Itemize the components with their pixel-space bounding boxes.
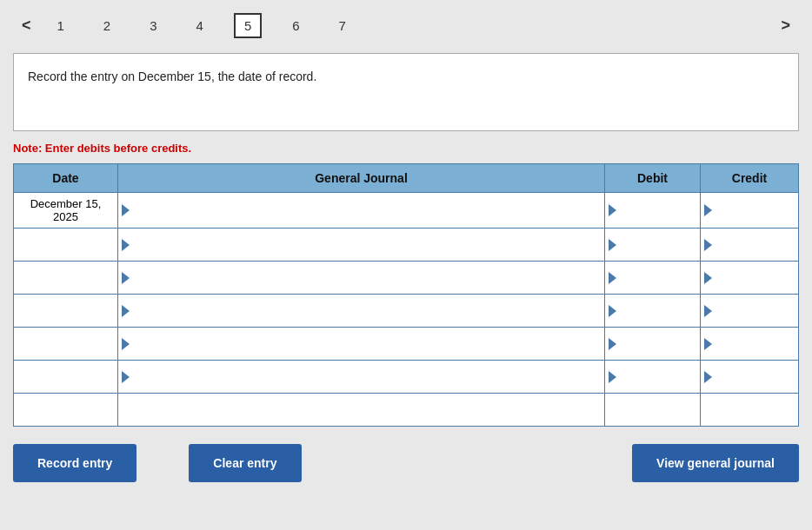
credit-cell-4[interactable]	[701, 328, 799, 361]
debit-indicator-5	[609, 371, 616, 383]
date-cell-2	[14, 262, 118, 295]
table-row	[14, 295, 799, 328]
header-date: Date	[14, 164, 118, 193]
journal-table: Date General Journal Debit Credit Decemb…	[13, 163, 799, 427]
page-5[interactable]: 5	[234, 13, 262, 38]
date-cell-3	[14, 295, 118, 328]
date-cell-0: December 15,2025	[14, 193, 118, 229]
page-4[interactable]: 4	[188, 15, 212, 36]
journal-cell-5[interactable]	[118, 361, 605, 394]
row-indicator-2	[122, 272, 130, 284]
credit-indicator-4	[704, 338, 712, 350]
row-indicator-1	[122, 239, 130, 251]
clear-entry-button[interactable]: Clear entry	[189, 444, 301, 482]
header-debit: Debit	[605, 164, 701, 193]
credit-cell-5[interactable]	[701, 361, 799, 394]
credit-cell-3[interactable]	[701, 295, 799, 328]
header-credit: Credit	[701, 164, 799, 193]
debit-indicator-4	[609, 338, 616, 350]
header-journal: General Journal	[118, 164, 605, 193]
debit-indicator-0	[609, 204, 616, 216]
page-1[interactable]: 1	[49, 15, 73, 36]
prev-arrow[interactable]: <	[13, 17, 40, 35]
date-cell-5	[14, 361, 118, 394]
table-row	[14, 229, 799, 262]
page-7[interactable]: 7	[330, 15, 355, 36]
date-cell-6	[14, 394, 118, 427]
next-arrow[interactable]: >	[772, 17, 799, 35]
credit-cell-2[interactable]	[701, 262, 799, 295]
row-indicator-0	[122, 204, 130, 216]
instruction-text: Record the entry on December 15, the dat…	[28, 70, 316, 83]
credit-indicator-3	[704, 305, 712, 317]
credit-cell-0[interactable]	[701, 193, 799, 229]
journal-cell-0[interactable]	[118, 193, 605, 229]
credit-indicator-0	[704, 204, 712, 216]
pagination: < 1 2 3 4 5 6 7 >	[13, 9, 799, 43]
credit-cell-1[interactable]	[701, 229, 799, 262]
table-row	[14, 361, 799, 394]
table-row: December 15,2025	[14, 193, 799, 229]
debit-indicator-3	[609, 305, 616, 317]
record-entry-button[interactable]: Record entry	[13, 444, 136, 482]
page-3[interactable]: 3	[141, 15, 165, 36]
table-row	[14, 328, 799, 361]
row-indicator-5	[122, 371, 130, 383]
journal-cell-2[interactable]	[118, 262, 605, 295]
credit-indicator-2	[704, 272, 712, 284]
table-row	[14, 394, 799, 427]
instruction-box: Record the entry on December 15, the dat…	[13, 53, 799, 131]
buttons-row: Record entry Clear entry View general jo…	[13, 444, 799, 482]
row-indicator-4	[122, 338, 130, 350]
journal-cell-6[interactable]	[118, 394, 605, 427]
debit-cell-3[interactable]	[605, 295, 701, 328]
page-6[interactable]: 6	[283, 15, 308, 36]
debit-cell-0[interactable]	[605, 193, 701, 229]
debit-indicator-1	[609, 239, 616, 251]
journal-cell-4[interactable]	[118, 328, 605, 361]
date-cell-1	[14, 229, 118, 262]
debit-cell-1[interactable]	[605, 229, 701, 262]
credit-indicator-5	[704, 371, 712, 383]
view-general-journal-button[interactable]: View general journal	[632, 444, 799, 482]
page-2[interactable]: 2	[95, 15, 119, 36]
journal-cell-3[interactable]	[118, 295, 605, 328]
debit-cell-2[interactable]	[605, 262, 701, 295]
row-indicator-3	[122, 305, 130, 317]
debit-cell-5[interactable]	[605, 361, 701, 394]
note-text: Note: Enter debits before credits.	[13, 142, 799, 155]
debit-cell-4[interactable]	[605, 328, 701, 361]
page-items: 1 2 3 4 5 6 7	[49, 13, 773, 38]
debit-indicator-2	[609, 272, 616, 284]
table-row	[14, 262, 799, 295]
credit-cell-6[interactable]	[701, 394, 799, 427]
debit-cell-6[interactable]	[605, 394, 701, 427]
credit-indicator-1	[704, 239, 712, 251]
date-cell-4	[14, 328, 118, 361]
journal-cell-1[interactable]	[118, 229, 605, 262]
